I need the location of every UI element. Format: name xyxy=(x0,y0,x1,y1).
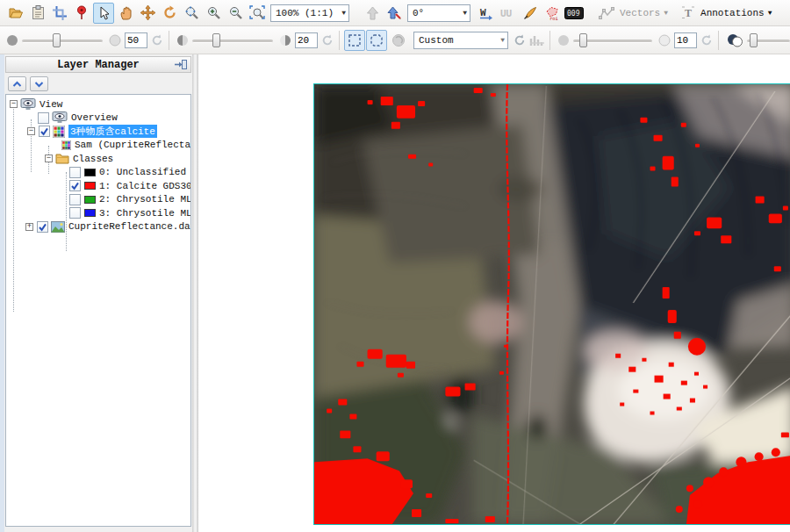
zoom-pan-button[interactable] xyxy=(181,3,202,24)
layer-manager-title: Layer Manager xyxy=(57,59,140,71)
tree-item-class-3[interactable]: 3: Chrysotile ML9 xyxy=(6,206,190,220)
zoom-rectangle-button[interactable] xyxy=(247,3,268,24)
layer-checkbox[interactable] xyxy=(37,221,48,233)
fly-tool-button[interactable] xyxy=(137,3,158,24)
refresh-icon xyxy=(150,33,164,47)
stretch-type-value: Custom xyxy=(419,35,454,46)
slider-thumb[interactable] xyxy=(53,33,61,47)
tree-item-classes[interactable]: − Classes xyxy=(6,152,190,166)
transparency-slider[interactable] xyxy=(747,32,790,48)
chip-view-button[interactable] xyxy=(49,3,70,24)
chevron-down-icon: ▼ xyxy=(463,9,467,17)
divider xyxy=(549,31,550,50)
vectors-menu[interactable]: Vectors ▼ xyxy=(620,8,668,18)
slider-thumb[interactable] xyxy=(212,33,220,47)
contrast-slider[interactable] xyxy=(192,32,273,48)
vectors-menu-icon-button[interactable] xyxy=(594,3,619,24)
class-color-swatch xyxy=(84,209,96,217)
class-checkbox[interactable] xyxy=(69,207,81,219)
expand-expander[interactable]: + xyxy=(25,223,33,231)
tree-item-sam[interactable]: Sam (CupriteReflectance xyxy=(6,139,190,153)
tree-item-class-2[interactable]: 2: Chrysotile ML9 xyxy=(6,193,190,207)
class-color-swatch xyxy=(84,196,96,204)
brightness-low-icon xyxy=(6,34,18,47)
brightness-slider[interactable] xyxy=(22,32,103,48)
zoom-out-button[interactable] xyxy=(225,3,246,24)
panel-splitter[interactable] xyxy=(192,54,198,532)
tree-item-label: 2: Chrysotile ML9 xyxy=(99,194,191,205)
chevron-down-icon: ▼ xyxy=(500,36,505,44)
spectral-library-button[interactable]: UU xyxy=(498,3,519,24)
layer-manager-header[interactable]: Layer Manager xyxy=(5,56,191,73)
placemark-button[interactable] xyxy=(71,3,92,24)
slider-thumb[interactable] xyxy=(579,33,587,47)
collapse-expander[interactable]: − xyxy=(10,100,18,108)
class-checkbox[interactable] xyxy=(69,167,81,178)
zoom-selection-toggle[interactable] xyxy=(366,30,387,51)
zoom-level-combo[interactable]: 100% (1:1) ▼ xyxy=(270,4,349,22)
north-up-button[interactable] xyxy=(384,3,405,24)
snapshot-button[interactable] xyxy=(388,30,409,51)
rotate-view-button[interactable] xyxy=(159,3,180,24)
contrast-value-input[interactable] xyxy=(295,32,318,48)
layer-checkbox[interactable] xyxy=(38,112,49,124)
spectrum-w-icon: W xyxy=(478,6,494,20)
select-tool-button[interactable] xyxy=(93,3,114,24)
tree-item-view[interactable]: − View xyxy=(6,97,190,111)
tree-item-cuprite-dat[interactable]: + CupriteReflectance.dat xyxy=(6,220,190,234)
slider-track xyxy=(22,40,103,43)
class-checkbox[interactable] xyxy=(69,194,81,205)
open-folder-icon xyxy=(9,6,24,19)
rotation-combo[interactable]: 0° ▼ xyxy=(407,4,470,22)
class-grid-small-icon xyxy=(61,140,71,150)
overview-icon xyxy=(52,111,68,124)
zoom-level-value: 100% (1:1) xyxy=(276,8,334,18)
tree-item-label: 3种物质含calcite xyxy=(68,125,157,138)
rotate-icon xyxy=(162,5,177,20)
cursor-value-button[interactable]: 009 xyxy=(564,3,585,24)
expand-all-button[interactable] xyxy=(30,76,48,91)
tree-item-label: View xyxy=(40,99,62,110)
dock-panel-icon[interactable] xyxy=(174,59,188,70)
collapse-expander[interactable]: − xyxy=(45,155,53,162)
open-file-button[interactable] xyxy=(5,3,26,24)
annotations-menu-icon-button[interactable]: T xyxy=(677,3,700,24)
roi-tool-button[interactable]: roi xyxy=(542,3,563,24)
tree-item-label: Classes xyxy=(73,154,113,164)
brightness-value-input[interactable] xyxy=(125,32,147,48)
refresh-icon xyxy=(320,33,334,47)
tree-item-label: 1: Calcite GDS304 xyxy=(99,181,191,191)
continuum-removal-button[interactable]: W xyxy=(476,3,497,24)
layer-checkbox[interactable] xyxy=(39,126,50,137)
collapse-all-button[interactable] xyxy=(8,76,26,91)
tree-item-class-0[interactable]: 0: Unclassified xyxy=(6,166,190,180)
check-icon xyxy=(38,222,47,232)
annotations-menu[interactable]: Annotations ▼ xyxy=(700,8,772,18)
folder-icon xyxy=(55,153,69,164)
vectors-menu-label: Vectors xyxy=(620,8,660,18)
annotations-menu-label: Annotations xyxy=(700,8,765,18)
tree-item-overview[interactable]: Overview xyxy=(6,111,190,126)
collapse-expander[interactable]: − xyxy=(27,127,35,135)
tree-item-label: CupriteReflectance.dat xyxy=(68,221,191,232)
chevron-up-icon xyxy=(12,81,22,88)
pan-tool-button[interactable] xyxy=(115,3,136,24)
zoom-extent-toggle[interactable] xyxy=(344,30,365,51)
slider-thumb[interactable] xyxy=(750,33,758,47)
sharpen-value-input[interactable] xyxy=(674,32,697,48)
tree-item-class-1[interactable]: 1: Calcite GDS304 xyxy=(6,179,190,193)
up-direction-button[interactable] xyxy=(362,3,383,24)
spectral-profile-button[interactable] xyxy=(520,3,541,24)
gray-globe-icon xyxy=(391,33,406,47)
zoom-in-button[interactable] xyxy=(203,3,224,24)
class-checkbox[interactable] xyxy=(69,180,81,191)
cursor-arrow-icon xyxy=(98,6,110,20)
class-grid-icon xyxy=(53,126,65,138)
sharpen-slider[interactable] xyxy=(573,32,652,48)
data-manager-button[interactable] xyxy=(27,3,48,24)
tree-item-classification-layer[interactable]: − 3种物质含calcite xyxy=(6,125,190,139)
stretch-type-combo[interactable]: Custom ▼ xyxy=(413,32,508,49)
check-icon xyxy=(40,126,49,136)
image-view-canvas[interactable] xyxy=(313,83,790,525)
brightness-high-icon xyxy=(109,34,121,47)
